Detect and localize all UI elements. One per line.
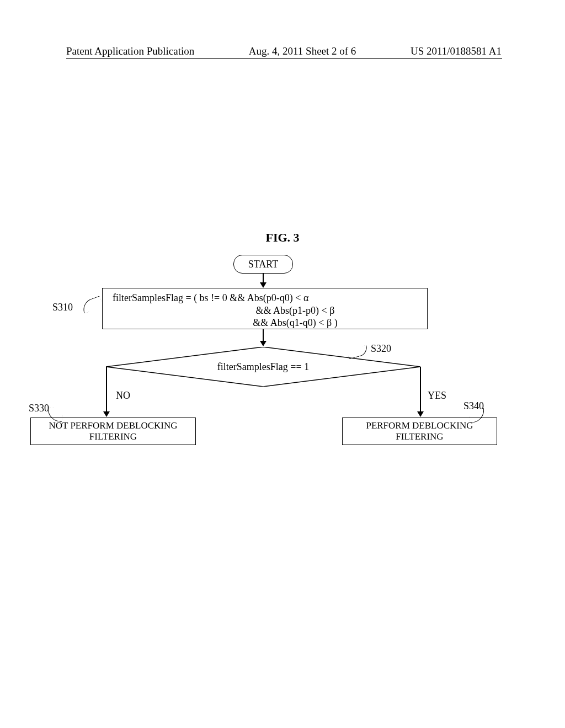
connector-s310 [81,296,104,313]
arrowhead-icon [417,411,424,417]
process-line1: filterSamplesFlag = ( bs != 0 && Abs(p0-… [113,292,308,303]
arrowhead-icon [260,341,266,346]
page-header: Patent Application Publication Aug. 4, 2… [0,45,565,57]
figure-title: FIG. 3 [0,231,565,245]
arrow-yes-branch [420,367,421,415]
box-yes-text: PERFORM DEBLOCKING FILTERING [343,420,497,443]
label-s320: S320 [371,343,391,355]
arrowhead-icon [260,282,266,288]
label-yes: YES [428,390,446,402]
label-s330: S330 [29,403,49,414]
start-label: START [248,259,278,270]
label-s310: S310 [52,302,73,313]
header-divider [66,58,502,59]
start-node: START [233,255,293,274]
process-s330: NOT PERFORM DEBLOCKING FILTERING [30,417,196,445]
process-line3: && Abs(q1-q0) < β ) [253,317,337,328]
header-right: US 2011/0188581 A1 [411,45,502,57]
box-no-text: NOT PERFORM DEBLOCKING FILTERING [31,420,195,443]
header-center: Aug. 4, 2011 Sheet 2 of 6 [249,45,356,57]
decision-text: filterSamplesFlag == 1 [217,361,309,373]
header-left: Patent Application Publication [66,45,194,57]
arrowhead-icon [103,411,110,417]
label-no: NO [116,390,130,402]
process-s340: PERFORM DEBLOCKING FILTERING [342,417,497,445]
process-s310: filterSamplesFlag = ( bs != 0 && Abs(p0-… [102,288,428,329]
arrow-no-branch [106,367,107,415]
process-line2: && Abs(p1-p0) < β [256,305,335,316]
